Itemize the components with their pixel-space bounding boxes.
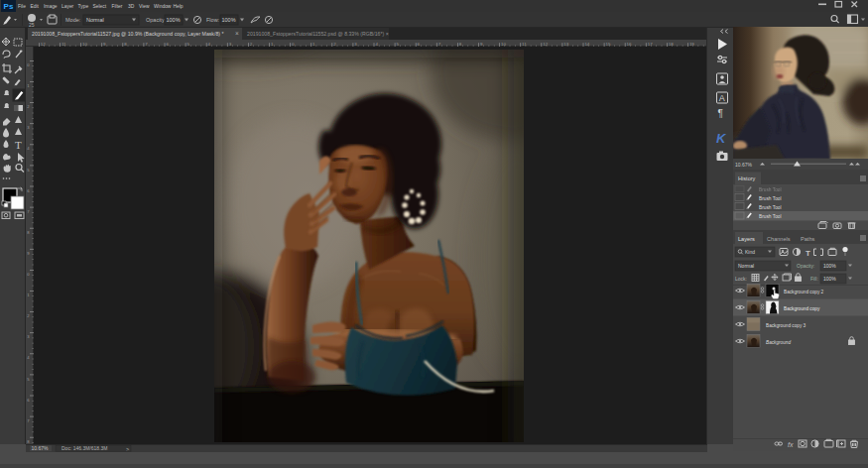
svg-text:Lock:: Lock: [735, 276, 747, 282]
svg-text:10.67%: 10.67% [735, 162, 753, 168]
svg-text:Type: Type [78, 4, 89, 9]
svg-text:Normal: Normal [86, 17, 104, 23]
svg-text:2: 2 [27, 104, 30, 109]
svg-text:Brush Tool: Brush Tool [759, 214, 782, 219]
svg-text:Window: Window [154, 4, 172, 9]
svg-text:4: 4 [27, 355, 30, 360]
svg-text:Background copy: Background copy [784, 306, 820, 311]
svg-text:3: 3 [27, 334, 30, 339]
svg-text:Paths: Paths [801, 236, 815, 242]
svg-text:A: A [719, 93, 725, 103]
svg-text:100%: 100% [823, 276, 836, 282]
svg-text:5: 5 [27, 377, 30, 382]
svg-text:Normal: Normal [738, 263, 754, 269]
svg-text:Brush Tool: Brush Tool [759, 205, 782, 210]
svg-text:Kind: Kind [745, 249, 755, 255]
svg-text:6: 6 [27, 188, 30, 193]
svg-text:20191008_FstoppersTutorial1155: 20191008_FstoppersTutorial11552.psd @ 8.… [247, 31, 389, 37]
svg-text:Channels: Channels [767, 236, 791, 242]
svg-text:Layers: Layers [738, 236, 755, 242]
svg-text:View: View [139, 4, 150, 9]
svg-text:Edit: Edit [31, 4, 40, 9]
svg-text:3: 3 [27, 125, 30, 130]
svg-text:100%: 100% [222, 17, 236, 23]
svg-text:7: 7 [27, 209, 30, 214]
svg-text:Brush Tool: Brush Tool [759, 196, 782, 201]
svg-text:100%: 100% [823, 263, 836, 269]
svg-text:Select: Select [93, 4, 107, 9]
svg-text:Background copy 3: Background copy 3 [766, 323, 806, 328]
svg-text:Mode:: Mode: [65, 17, 81, 23]
svg-text:100%: 100% [167, 17, 181, 23]
svg-text:Image: Image [44, 4, 58, 9]
svg-text:2: 2 [27, 313, 30, 318]
svg-text:Background: Background [766, 340, 791, 345]
svg-text:20191008_FstoppersTutorial1152: 20191008_FstoppersTutorial11527.jpg @ 10… [32, 31, 223, 37]
svg-text:Doc: 146.3M/618.3M: Doc: 146.3M/618.3M [62, 445, 107, 451]
svg-text:6: 6 [27, 398, 30, 403]
svg-text:>: > [126, 446, 129, 452]
svg-text:4: 4 [27, 146, 30, 151]
svg-text:Background copy 2: Background copy 2 [784, 290, 824, 294]
svg-text:1: 1 [27, 292, 30, 297]
svg-text:Filter: Filter [112, 4, 123, 9]
svg-text:History: History [738, 176, 756, 181]
svg-text:3D: 3D [128, 4, 135, 9]
svg-text:5: 5 [27, 168, 30, 173]
svg-text:K: K [716, 131, 727, 146]
svg-text:Opacity:: Opacity: [146, 17, 167, 23]
svg-text:0: 0 [27, 62, 30, 67]
svg-text:×: × [235, 30, 239, 37]
svg-text:8: 8 [27, 230, 30, 235]
svg-text:File: File [18, 4, 26, 9]
svg-text:Fill:: Fill: [810, 276, 818, 282]
svg-text:7: 7 [27, 418, 30, 423]
svg-text:Opacity:: Opacity: [797, 263, 814, 269]
svg-text:10.67%: 10.67% [32, 445, 50, 451]
svg-text:T: T [806, 249, 810, 258]
svg-text:1: 1 [27, 83, 30, 88]
svg-text:0: 0 [27, 272, 30, 277]
svg-text:25: 25 [29, 22, 35, 28]
svg-text:Layer: Layer [62, 4, 74, 9]
svg-text:¶: ¶ [718, 108, 723, 119]
svg-text:T: T [15, 139, 22, 151]
svg-text:Flow:: Flow: [206, 17, 220, 23]
svg-text:Brush Tool: Brush Tool [759, 187, 782, 192]
svg-text:Help: Help [174, 4, 184, 9]
svg-text:fx: fx [788, 441, 794, 448]
svg-text:9: 9 [27, 251, 30, 256]
